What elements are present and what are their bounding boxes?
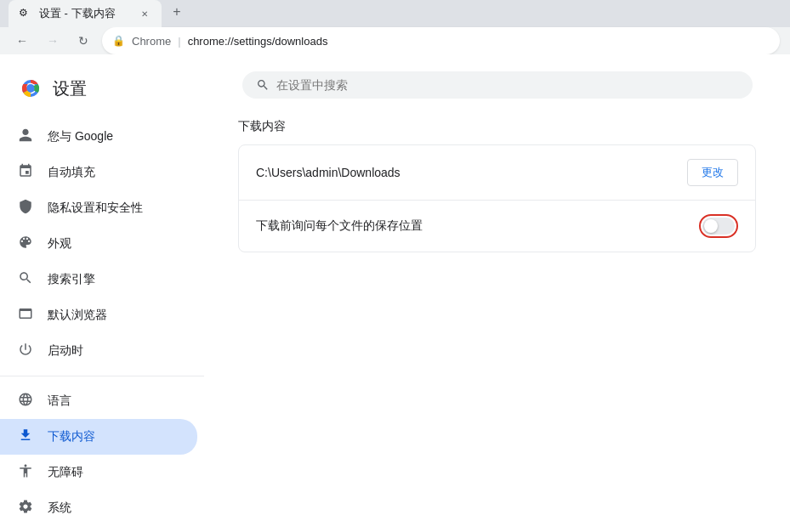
sidebar-item-appearance[interactable]: 外观 [0,226,197,262]
ask-save-row: 下载前询问每个文件的保存位置 [239,201,755,252]
active-tab[interactable]: ⚙ 设置 - 下载内容 ✕ [9,0,162,27]
section-title: 下载内容 [238,119,756,134]
browser-content: 设置 您与 Google 自动填充 隐私设置和安全性 [0,54,790,532]
chrome-logo [17,75,44,102]
search-input[interactable] [276,78,739,92]
sidebar-item-search-label: 搜索引擎 [48,272,95,287]
sidebar: 设置 您与 Google 自动填充 隐私设置和安全性 [0,54,204,532]
sidebar-item-startup[interactable]: 启动时 [0,333,197,369]
back-button[interactable]: ← [10,29,34,53]
sidebar-item-accessibility-label: 无障碍 [48,465,83,480]
search-bar-container [238,71,756,99]
sidebar-item-appearance-label: 外观 [48,236,71,252]
startup-icon [17,342,34,360]
settings-title: 设置 [53,77,87,100]
ask-save-toggle[interactable] [702,218,735,235]
sidebar-logo: 设置 [0,68,204,119]
sidebar-item-browser-label: 默认浏览器 [48,308,107,323]
privacy-icon [17,199,34,218]
back-icon: ← [16,34,28,48]
browser-frame: ⚙ 设置 - 下载内容 ✕ + ← → ↻ 🔒 Chrome | chrome:… [0,0,790,532]
sidebar-item-system[interactable]: 系统 [0,490,197,526]
search-icon [256,78,270,92]
sidebar-item-default-browser[interactable]: 默认浏览器 [0,297,197,333]
ask-save-toggle-wrapper [699,214,738,238]
new-tab-button[interactable]: + [165,0,189,24]
download-path: C:\Users\admin\Downloads [256,166,401,179]
language-icon [17,392,34,410]
sidebar-item-search[interactable]: 搜索引擎 [0,262,197,297]
address-separator: | [178,35,180,48]
appearance-icon [17,235,34,253]
tab-favicon: ⚙ [19,7,32,20]
sidebar-item-downloads-label: 下载内容 [48,429,95,444]
system-icon [17,499,34,518]
sidebar-item-downloads[interactable]: 下载内容 [0,419,197,455]
address-bar[interactable]: 🔒 Chrome | chrome://settings/downloads [102,27,780,54]
tab-close-button[interactable]: ✕ [138,7,151,20]
sidebar-item-reset[interactable]: 重置并清理 [0,526,197,532]
sidebar-item-autofill[interactable]: 自动填充 [0,155,197,190]
sidebar-item-google-label: 您与 Google [48,129,113,144]
sidebar-item-google[interactable]: 您与 Google [0,119,197,155]
person-icon [17,127,34,146]
main-content: 下载内容 C:\Users\admin\Downloads 更改 下载前询问每个… [204,54,790,532]
sidebar-item-accessibility[interactable]: 无障碍 [0,455,197,490]
search-bar [242,71,753,99]
sidebar-item-startup-label: 启动时 [48,343,83,359]
sidebar-item-language-label: 语言 [48,393,71,409]
tab-bar: ⚙ 设置 - 下载内容 ✕ + [0,0,790,27]
sidebar-item-privacy[interactable]: 隐私设置和安全性 [0,190,197,226]
forward-button[interactable]: → [41,29,65,53]
autofill-icon [17,163,34,182]
downloads-icon [17,427,34,446]
refresh-button[interactable]: ↻ [71,29,95,53]
refresh-icon: ↻ [78,34,88,48]
tab-title: 设置 - 下载内容 [39,6,131,21]
sidebar-divider [0,376,204,376]
forward-icon: → [47,34,59,48]
accessibility-icon [17,463,34,482]
settings-card: C:\Users\admin\Downloads 更改 下载前询问每个文件的保存… [238,144,756,252]
browser-icon [17,306,34,325]
sidebar-item-language[interactable]: 语言 [0,383,197,419]
address-display: Chrome [132,35,171,48]
nav-bar: ← → ↻ 🔒 Chrome | chrome://settings/downl… [0,27,790,54]
address-url: chrome://settings/downloads [188,35,328,48]
ask-save-label: 下载前询问每个文件的保存位置 [256,218,423,234]
sidebar-item-system-label: 系统 [48,501,71,516]
search-engine-icon [17,270,34,289]
change-path-button[interactable]: 更改 [687,159,738,186]
sidebar-item-privacy-label: 隐私设置和安全性 [48,201,143,216]
sidebar-item-autofill-label: 自动填充 [48,165,95,180]
address-favicon: 🔒 [112,35,125,47]
download-path-row: C:\Users\admin\Downloads 更改 [239,145,755,201]
